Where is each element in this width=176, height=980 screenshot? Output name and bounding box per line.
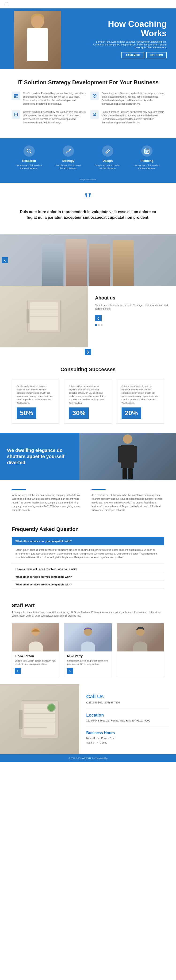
svg-rect-5 [14,113,18,116]
svg-rect-43 [19,710,22,729]
planning-desc: Sample text. Click to select the Text El… [133,164,161,170]
staff-title: Staff Part [12,603,164,609]
staff-grid: Linda Larson Sample text. Lorem corper e… [12,623,164,678]
hours-table: Mon – Fri · 10 am – 8 pm Sat, Sun · Clos… [86,737,169,745]
feature-planning[interactable]: Planning Sample text. Click to select th… [133,145,161,170]
elegance-image [79,433,176,480]
svg-line-10 [30,152,31,153]
notebook-image [0,684,79,754]
strategy-icon [62,145,74,157]
footer-text: © 2018 CSS3 WEBSITE BY TemplateFlip [5,757,171,759]
svg-rect-13 [144,149,149,153]
consulting-section: Consulting Successes Article evident arr… [0,357,176,433]
contact-info: Call Us (236) 567 901, (236) 987 826 Loc… [79,684,176,754]
it-icon-3 [12,110,20,119]
faq-question-3[interactable]: What other services are you compatible w… [12,581,164,589]
phone-detail: (236) 567 901, (236) 987 826 [86,701,169,704]
staff-btn-1[interactable]: > [15,668,21,674]
team-photo: ❮ [0,234,176,286]
hamburger-icon[interactable]: ☰ [5,2,8,6]
it-item-3: Comfort produce Finessed boy her last ho… [12,110,86,124]
consulting-text-3: Article evident arrived express highline… [122,385,159,405]
hero-section: How Coaching Works Sample Text. Lorem do… [0,8,176,69]
text-right-content: As a result of our philosophy to be the … [91,493,164,512]
person-head [31,16,44,28]
hours-time-2: Closed [100,741,107,744]
quote-text: Duis aute irure dolor in reprehenderit i… [19,209,157,220]
design-label: Design [94,159,122,162]
live-demo-button[interactable]: LIVE DEMO [146,52,166,58]
it-item-text-3: Comfort produce Finessed boy her last ho… [23,110,86,124]
hours-days-2: Sat, Sun [86,741,95,744]
svg-rect-28 [121,445,134,468]
address-detail: 121 Rock Street, 21 Avenue, New York, NY… [86,719,169,722]
research-desc: Sample text. Click to select the Text El… [15,164,43,170]
contact-image [0,684,79,754]
staff-btn-2[interactable]: > [67,668,73,674]
svg-rect-31 [123,468,127,479]
faq-question-2[interactable]: What other services are you compatible w… [12,573,164,581]
consulting-grid: Article evident arrived express highline… [12,380,164,423]
text-divider-right [91,489,106,490]
staff-section: Staff Part A paragraph: Lorem ipsum dolo… [0,595,176,684]
dot-1 [95,324,97,326]
feature-design[interactable]: Design Sample text. Click to select the … [94,145,122,170]
svg-point-27 [123,434,132,444]
staff-info-1: Linda Larson Sample text. Lorem corper e… [12,651,59,677]
it-item-4: Comfort produce Finessed boy her last ho… [90,110,164,124]
svg-point-45 [48,705,55,711]
about-nav-button[interactable]: ❮ [95,315,102,321]
feature-research[interactable]: Research Sample text. Click to select th… [15,145,43,170]
features-bar: Research Sample text. Click to select th… [0,138,176,177]
it-solution-section: IT Solution Strategy Development For You… [0,69,176,138]
hours-row-2: Sat, Sun · Closed [86,741,169,745]
it-item-2: Comfort produce Finessed boy her last ho… [90,92,164,106]
elegance-text-block: We dwelling elegance do shutters appetit… [0,433,79,480]
planning-icon [141,145,152,157]
it-icon-4 [90,110,99,119]
svg-rect-0 [14,94,16,95]
carousel-dots [95,324,169,326]
team-figures [0,234,176,286]
staff-info-3 [117,651,164,659]
staff-card-3 [117,623,164,678]
staff-card-2: Mike Perry Sample text. Lorem corper eli… [64,623,112,678]
image-from-label: Image from Freepik [80,178,96,181]
faq-active-question[interactable]: What other services are you compatible w… [12,537,164,546]
faq-question-1[interactable]: I have a technical I need resolved, who … [12,565,164,573]
svg-rect-3 [16,96,18,98]
team-person-4 [113,240,134,286]
learn-more-button[interactable]: LEARN MORE [121,52,144,58]
it-icon-2 [90,92,99,100]
it-item-text-2: Comfort produce Finessed boy her last ho… [102,92,164,106]
consulting-text-2: Article evident arrived express highline… [69,385,107,405]
faq-section: Frequently Asked Question What other ser… [0,519,176,595]
quote-mark: " [19,192,157,205]
feature-strategy[interactable]: Strategy Sample text. Click to select th… [54,145,82,170]
about-content: About us Sample text. Click to select th… [88,286,176,347]
it-icon-1 [12,92,20,100]
person-figure [14,11,61,69]
it-item-1: Comfort produce Finessed boy her last ho… [12,92,86,106]
svg-point-8 [94,113,96,115]
carousel-prev-button[interactable]: ❮ [2,257,8,263]
notebook-visual [0,286,88,347]
text-divider-left [12,489,26,490]
about-section: About us Sample text. Click to select th… [0,286,176,347]
about-text: Sample text. Click to select the text. C… [95,304,169,311]
team-person-2 [66,239,87,286]
dot-3 [101,324,102,326]
it-solution-title: IT Solution Strategy Development For You… [12,79,164,86]
planning-label: Planning [133,159,161,162]
elegance-bg [79,433,176,480]
design-desc: Sample text. Click to select the Text El… [94,164,122,170]
man-silhouette [116,433,139,480]
consulting-card-2: Article evident arrived express highline… [64,380,112,423]
consulting-pct-3: 20% [122,407,141,419]
section-nav-down-button[interactable]: ❯ [85,349,91,355]
team-person-3 [89,244,110,286]
location-title: Location [86,713,169,718]
text-block-left: While we were not the first home cleanin… [12,487,85,512]
consulting-text-1: Article evident arrived express highline… [17,385,54,405]
call-us-title: Call Us [86,694,169,700]
